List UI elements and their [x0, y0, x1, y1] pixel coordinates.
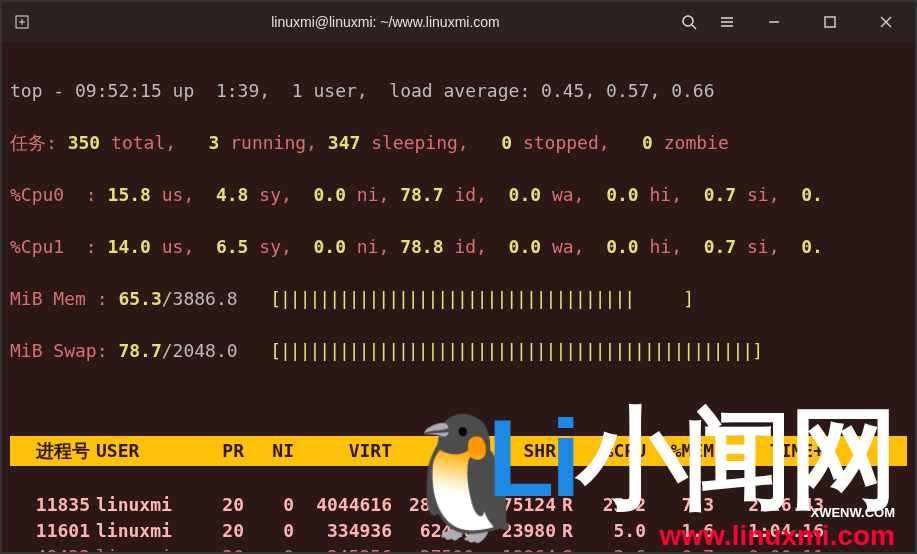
window-title: linuxmi@linuxmi: ~/www.linuxmi.com: [92, 14, 679, 30]
col-user: USER: [96, 438, 182, 464]
svg-line-4: [692, 25, 696, 29]
mem-line: MiB Mem : 65.3/3886.8 [|||||||||||||||||…: [10, 286, 907, 312]
col-cpu: %CPU: [578, 438, 646, 464]
process-row: 11601linuxmi2003349366242023980R5.01.61:…: [10, 518, 907, 544]
tasks-line: 任务: 350 total, 3 running, 347 sleeping, …: [10, 130, 907, 156]
col-mem: %MEM: [646, 438, 714, 464]
cpu1-line: %Cpu1 : 14.0 us, 6.5 sy, 0.0 ni, 78.8 id…: [10, 234, 907, 260]
col-pr: PR: [182, 438, 244, 464]
top-summary-line: top - 09:52:15 up 1:39, 1 user, load ave…: [10, 78, 907, 104]
close-button[interactable]: [867, 7, 905, 37]
window-titlebar: linuxmi@linuxmi: ~/www.linuxmi.com: [2, 2, 915, 42]
col-res: RES: [392, 438, 474, 464]
search-icon[interactable]: [679, 12, 699, 32]
col-pid: 进程号: [10, 438, 96, 464]
minimize-button[interactable]: [755, 7, 793, 37]
col-virt: VIRT: [294, 438, 392, 464]
svg-point-3: [683, 16, 693, 26]
maximize-button[interactable]: [811, 7, 849, 37]
process-row: 49433linuxmi2003459562750019964S3.60.70:…: [10, 544, 907, 552]
col-ni: NI: [244, 438, 294, 464]
terminal-output[interactable]: top - 09:52:15 up 1:39, 1 user, load ave…: [2, 42, 915, 552]
col-time: TIME+: [714, 438, 824, 464]
new-tab-button[interactable]: [12, 12, 32, 32]
process-row: 11835linuxmi200404461628998875124R25.27.…: [10, 492, 907, 518]
menu-icon[interactable]: [717, 12, 737, 32]
process-header-row: 进程号 USER PR NI VIRT RES SHR %CPU %MEM TI…: [10, 436, 907, 466]
col-shr: SHR: [474, 438, 556, 464]
cpu0-line: %Cpu0 : 15.8 us, 4.8 sy, 0.0 ni, 78.7 id…: [10, 182, 907, 208]
svg-rect-9: [825, 17, 835, 27]
swap-line: MiB Swap: 78.7/2048.0 [|||||||||||||||||…: [10, 338, 907, 364]
